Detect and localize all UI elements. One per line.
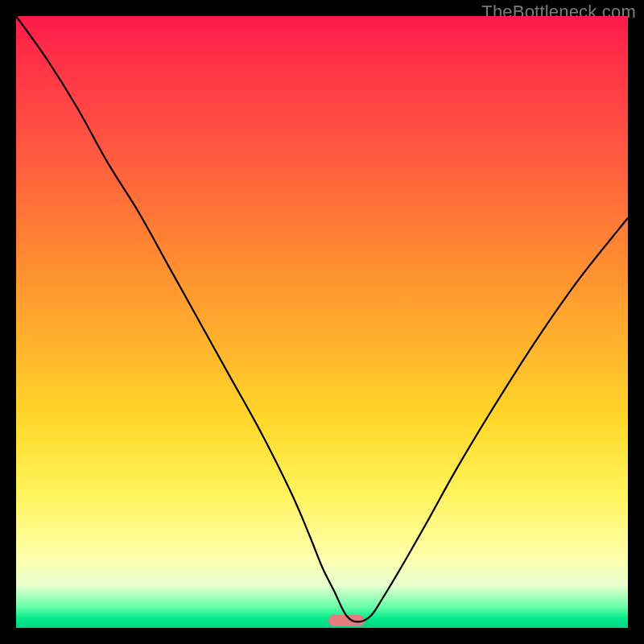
curve-svg bbox=[16, 16, 628, 628]
chart-frame: TheBottleneck.com bbox=[0, 0, 644, 644]
bottleneck-curve-path bbox=[16, 16, 628, 621]
plot-area bbox=[16, 16, 628, 628]
